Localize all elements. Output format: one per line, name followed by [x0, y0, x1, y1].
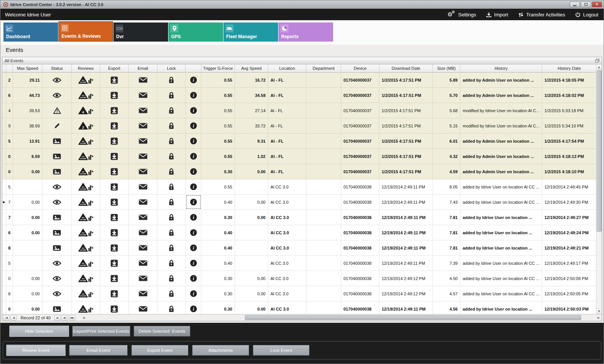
review-score-icon[interactable]: 4	[72, 103, 100, 118]
tab-dvr[interactable]: Dvr	[113, 23, 168, 42]
next-record-button[interactable]: ▶	[54, 315, 61, 321]
info-icon[interactable]: i	[186, 301, 201, 314]
info-icon[interactable]: i	[186, 134, 201, 148]
review-score-icon[interactable]: NOSCORE	[72, 210, 100, 225]
lock-icon[interactable]	[157, 271, 186, 286]
event-row[interactable]: 8NOSCOREi0.40Al CC 3.001704000003812/19/…	[2, 240, 597, 256]
event-row[interactable]: 229.11NOSCOREi0.5516.72Al - FL0170400000…	[2, 72, 597, 88]
column-header-info[interactable]	[186, 64, 201, 72]
maximize-button[interactable]	[581, 2, 591, 7]
email-icon[interactable]	[129, 88, 157, 103]
vertical-scroll-thumb[interactable]	[597, 71, 602, 232]
column-header-export[interactable]: Export	[100, 64, 129, 72]
info-icon[interactable]: i	[186, 72, 201, 87]
info-icon[interactable]: i	[186, 195, 201, 209]
review-score-icon[interactable]: NOSCORE	[72, 271, 100, 286]
email-icon[interactable]	[129, 195, 157, 209]
lock-icon[interactable]	[157, 103, 186, 118]
scroll-down-icon[interactable]: ▼	[596, 308, 602, 314]
horizontal-scrollbar[interactable]: ◀ ▶	[81, 314, 602, 321]
lock-icon[interactable]	[157, 72, 186, 87]
lock-event-button[interactable]: Lock Event	[253, 345, 309, 356]
email-icon[interactable]	[129, 134, 157, 148]
lock-icon[interactable]	[157, 225, 186, 240]
info-icon[interactable]: i	[186, 88, 201, 103]
email-icon[interactable]	[129, 210, 157, 225]
tab-reports[interactable]: Reports	[279, 23, 333, 42]
email-icon[interactable]	[129, 301, 157, 314]
scroll-left-icon[interactable]: ◀	[81, 314, 87, 321]
lock-icon[interactable]	[157, 195, 186, 209]
review-score-icon[interactable]: NOSCORE	[72, 149, 100, 164]
lock-icon[interactable]	[157, 179, 186, 194]
info-icon[interactable]: i	[186, 240, 201, 255]
first-record-button[interactable]: |◀	[3, 315, 10, 321]
info-icon[interactable]: i	[186, 256, 201, 271]
info-icon[interactable]: i	[186, 286, 201, 301]
review-score-icon[interactable]: NOSCORE	[72, 286, 100, 301]
event-row[interactable]: 70.00NOSCOREi0.300.00Al CC 3.00170400000…	[2, 210, 597, 225]
hide-selection-button[interactable]: Hide Selection	[10, 326, 69, 337]
export-event-button[interactable]: Export Event	[131, 345, 188, 356]
tab-fleet-manager[interactable]: Fleet Manager	[223, 23, 278, 42]
column-header-avg-speed[interactable]: Avg Speed	[235, 64, 268, 72]
export-icon[interactable]	[100, 301, 129, 314]
lock-icon[interactable]	[157, 134, 186, 148]
event-row[interactable]: 00.00NOSCOREi0.300.00Al CC 3.00170400000…	[2, 301, 597, 314]
float-panel-icon[interactable]	[595, 59, 599, 63]
export-icon[interactable]	[100, 271, 129, 286]
lock-icon[interactable]	[157, 240, 186, 255]
email-icon[interactable]	[129, 225, 157, 240]
email-icon[interactable]	[129, 103, 157, 118]
column-header-email[interactable]: Email	[129, 64, 157, 72]
event-row[interactable]: 06.59NOSCOREi0.551.02Al - FL017040000037…	[2, 149, 597, 164]
export-print-selected-events-button[interactable]: Export/Print Selected Events	[72, 326, 130, 337]
review-score-icon[interactable]: NOSCORE	[72, 134, 100, 148]
column-header-reviews[interactable]: Reviews	[72, 64, 100, 72]
info-icon[interactable]: i	[186, 103, 201, 118]
event-row[interactable]: 644.73NOSCOREi0.5534.58Al - FL0170400000…	[2, 88, 597, 103]
column-header-status[interactable]: Status	[42, 64, 72, 72]
review-score-icon[interactable]: 2	[72, 118, 100, 133]
menu-transfer-activities[interactable]: Transfer Activities	[518, 11, 565, 18]
email-icon[interactable]	[129, 179, 157, 194]
info-icon[interactable]: i	[186, 210, 201, 225]
info-icon[interactable]: i	[186, 149, 201, 164]
event-row[interactable]: 5NOSCOREi0.40Al CC 3.001704000003812/19/…	[2, 256, 597, 271]
export-icon[interactable]	[100, 179, 129, 194]
event-row[interactable]: 938.992i0.5533.72Al - FL0170400000371/2/…	[2, 118, 597, 134]
column-header-lock[interactable]: Lock	[157, 64, 186, 72]
email-icon[interactable]	[129, 164, 157, 179]
review-score-icon[interactable]: NOSCORE	[72, 240, 100, 255]
email-icon[interactable]	[129, 256, 157, 271]
email-icon[interactable]	[129, 240, 157, 255]
email-icon[interactable]	[129, 286, 157, 301]
review-score-icon[interactable]: NOSCORE	[72, 164, 100, 179]
info-icon[interactable]: i	[186, 118, 201, 133]
review-score-icon[interactable]: NOSCORE	[72, 72, 100, 87]
export-icon[interactable]	[100, 210, 129, 225]
attachments-button[interactable]: Attachments	[192, 345, 249, 356]
export-icon[interactable]	[100, 240, 129, 255]
last-record-button[interactable]: ▶|	[62, 315, 68, 321]
append-record-button[interactable]: ▶▶	[69, 315, 75, 321]
export-icon[interactable]	[100, 72, 129, 87]
column-header-history-date[interactable]: History Date	[542, 64, 597, 72]
event-row[interactable]: 00.00NOSCOREi0.300.00Al - FL017040000037…	[2, 164, 597, 179]
review-score-icon[interactable]: NOSCORE	[72, 256, 100, 271]
export-icon[interactable]	[100, 149, 129, 164]
email-event-button[interactable]: Email Event	[69, 345, 128, 356]
export-icon[interactable]	[100, 286, 129, 301]
export-icon[interactable]	[100, 134, 129, 148]
info-icon[interactable]: i	[186, 164, 201, 179]
email-icon[interactable]	[129, 271, 157, 286]
lock-icon[interactable]	[157, 88, 186, 103]
column-header-download-date[interactable]: Download Date	[379, 64, 433, 72]
event-row[interactable]: 60.00NOSCOREi0.40Al CC 3.001704000003812…	[2, 225, 597, 240]
minimize-button[interactable]	[570, 2, 580, 7]
event-row[interactable]: 439.534i0.5527.14Al - FL0170400000371/2/…	[2, 103, 597, 118]
event-row[interactable]: 00.00NOSCOREi0.300.00Al CC 3.00170400000…	[2, 271, 597, 286]
review-score-icon[interactable]: NOSCORE	[72, 225, 100, 240]
email-icon[interactable]	[129, 118, 157, 133]
column-header-trigger-g-force[interactable]: Trigger G-Force	[201, 64, 235, 72]
